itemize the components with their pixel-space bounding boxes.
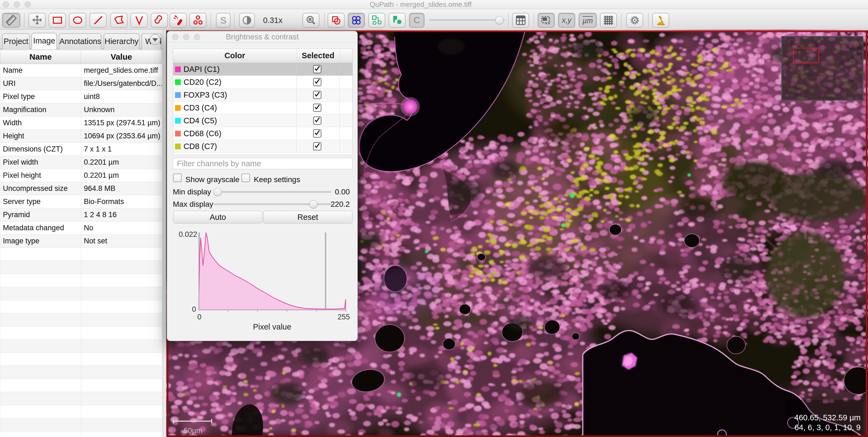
svg-text:50µm: 50µm bbox=[184, 427, 203, 435]
svg-text:Pixel value: Pixel value bbox=[253, 322, 291, 331]
svg-text:255: 255 bbox=[338, 313, 350, 321]
svg-text:460.65, 532.59 µm: 460.65, 532.59 µm bbox=[795, 413, 861, 422]
svg-text:0: 0 bbox=[192, 305, 196, 313]
svg-text:64, 6, 3, 0, 1, 10, 9: 64, 6, 3, 0, 1, 10, 9 bbox=[795, 423, 861, 432]
svg-text:0.022: 0.022 bbox=[179, 230, 197, 239]
svg-text:0: 0 bbox=[197, 313, 201, 321]
